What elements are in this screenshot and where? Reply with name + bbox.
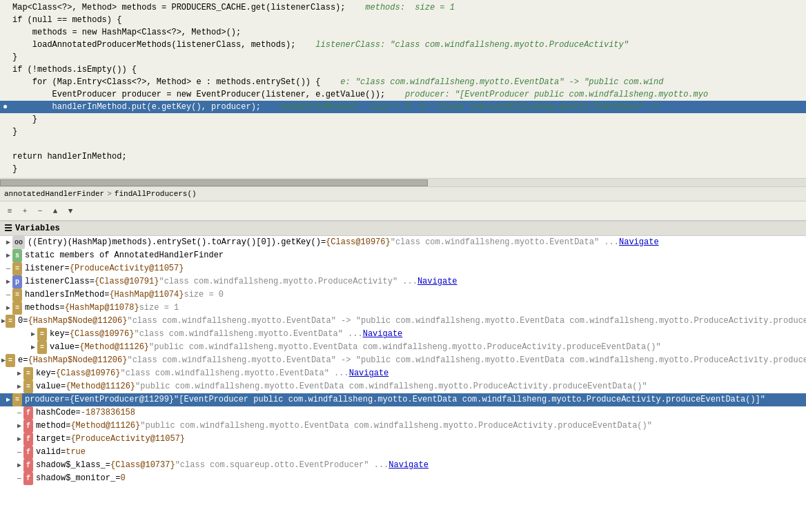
- var-equals: =: [65, 262, 70, 275]
- var-value: {HashMap@11074}: [109, 288, 184, 302]
- variable-row[interactable]: ▶oo((Entry)(HashMap)methods).entrySet().…: [0, 236, 806, 249]
- variable-row[interactable]: —fshadow$_monitor_ = 0: [0, 472, 806, 485]
- var-equals: =: [321, 236, 326, 249]
- variable-row[interactable]: ▶=producer = {EventProducer@11299} "[Eve…: [0, 393, 806, 406]
- code-text: return handlerInMethod;: [12, 150, 127, 163]
- var-extra: size = 0: [184, 288, 224, 302]
- expand-icon[interactable]: ▶: [15, 459, 23, 472]
- expand-icon[interactable]: ▶: [4, 236, 12, 249]
- variable-row[interactable]: ▶=value = {Method@11126} "public com.win…: [0, 341, 806, 354]
- variable-row[interactable]: ▶fshadow$_klass_ = {Class@10737} "class …: [0, 459, 806, 472]
- var-value: {HashMap$Node@11206}: [28, 315, 127, 328]
- code-line: }: [0, 113, 806, 126]
- code-text: }: [12, 51, 17, 63]
- var-equals: =: [61, 446, 66, 459]
- expand-icon[interactable]: —: [15, 406, 23, 420]
- variable-row[interactable]: ▶fmethod = {Method@11126} "public com.wi…: [0, 420, 806, 433]
- var-value: -1873836158: [81, 406, 135, 420]
- expand-icon[interactable]: —: [4, 288, 12, 302]
- variable-row[interactable]: ▶=e = {HashMap$Node@11206} "class com.wi…: [0, 354, 806, 367]
- expand-icon[interactable]: ▶: [4, 302, 12, 315]
- type-badge: p: [12, 275, 22, 288]
- code-line: Map<Class<?>, Method> methods = PRODUCER…: [0, 1, 806, 14]
- variables-icon: ☰: [4, 223, 12, 234]
- code-line: if (!methods.isEmpty()) {: [0, 63, 806, 76]
- var-name: value: [50, 341, 75, 354]
- expand-icon[interactable]: ▶: [29, 328, 37, 341]
- code-text: if (null == methods) {: [12, 14, 121, 26]
- type-badge: =: [12, 288, 22, 302]
- var-value: {Class@10976}: [326, 236, 391, 249]
- expand-icon[interactable]: ▶: [15, 380, 23, 393]
- expand-icon[interactable]: ▶: [15, 367, 23, 380]
- var-name: listenerClass: [25, 275, 90, 288]
- var-value: {ProduceActivity@11057}: [70, 433, 185, 446]
- variables-header: ☰ Variables: [0, 221, 806, 236]
- variable-row[interactable]: ▶plistenerClass = {Class@10791} "class c…: [0, 275, 806, 288]
- var-name: key: [36, 367, 51, 380]
- type-badge: s: [12, 249, 22, 262]
- var-extra: "class com.windfallsheng.myotto.EventDat…: [127, 315, 806, 328]
- expand-icon[interactable]: ▶: [15, 420, 23, 433]
- var-value: {HashMap@11078}: [65, 302, 139, 315]
- hscroll-thumb[interactable]: [0, 179, 428, 186]
- code-line: ● handlerInMethod.put(e.getKey(), produc…: [0, 101, 806, 113]
- var-name: listener: [25, 262, 65, 275]
- breadcrumb-part2[interactable]: findAllProducers(): [115, 190, 197, 198]
- hscroll-bar[interactable]: [0, 178, 806, 186]
- expand-icon[interactable]: ▶: [4, 249, 12, 262]
- expand-icon[interactable]: —: [4, 262, 12, 275]
- expand-icon[interactable]: ▶: [15, 433, 23, 446]
- var-name: methods: [25, 302, 59, 315]
- var-extra: size = 1: [139, 302, 179, 315]
- variables-title: Variables: [15, 224, 60, 233]
- variable-row[interactable]: ▶=key = {Class@10976} "class com.windfal…: [0, 367, 806, 380]
- type-badge: =: [37, 328, 47, 341]
- var-name: target: [36, 433, 66, 446]
- var-equals: =: [66, 433, 70, 446]
- var-equals: =: [115, 472, 120, 485]
- type-badge: =: [6, 354, 15, 367]
- code-line: }: [0, 51, 806, 63]
- toolbar-icon-down[interactable]: ▼: [63, 204, 77, 218]
- code-line: if (null == methods) {: [0, 14, 806, 26]
- variable-row[interactable]: ▶ftarget = {ProduceActivity@11057}: [0, 433, 806, 446]
- var-equals: =: [65, 328, 70, 341]
- expand-icon[interactable]: —: [15, 472, 23, 485]
- variable-row[interactable]: ▶=methods = {HashMap@11078} size = 1: [0, 302, 806, 315]
- variable-row[interactable]: —fhashCode = -1873836158: [0, 406, 806, 420]
- variable-row[interactable]: —fvalid = true: [0, 446, 806, 459]
- var-name: valid: [36, 446, 61, 459]
- code-line: [0, 138, 806, 150]
- code-text: }: [12, 163, 17, 175]
- variable-row[interactable]: ▶=key = {Class@10976} "class com.windfal…: [0, 328, 806, 341]
- expand-icon[interactable]: —: [15, 446, 23, 459]
- breadcrumb-part1[interactable]: annotatedHandlerFinder: [4, 190, 104, 198]
- breadcrumb-sep: >: [107, 190, 112, 198]
- expand-icon[interactable]: ▶: [4, 275, 12, 288]
- var-name: e: [18, 354, 23, 367]
- variable-row[interactable]: ▶=value = {Method@11126} "public com.win…: [0, 380, 806, 393]
- navigate-link[interactable]: Navigate: [389, 459, 429, 472]
- expand-icon[interactable]: ▶: [4, 393, 12, 406]
- expand-icon[interactable]: ▶: [29, 341, 37, 354]
- type-badge: f: [23, 433, 33, 446]
- navigate-link[interactable]: Navigate: [349, 367, 389, 380]
- code-line: }: [0, 163, 806, 175]
- variable-row[interactable]: —=listener = {ProduceActivity@11057}: [0, 262, 806, 275]
- toolbar-icon-add[interactable]: +: [18, 204, 32, 218]
- navigate-link[interactable]: Navigate: [619, 236, 659, 249]
- variables-list[interactable]: ▶oo((Entry)(HashMap)methods).entrySet().…: [0, 236, 806, 532]
- variable-row[interactable]: —=handlersInMethod = {HashMap@11074} siz…: [0, 288, 806, 302]
- var-equals: =: [59, 302, 64, 315]
- variable-row[interactable]: ▶=0 = {HashMap$Node@11206} "class com.wi…: [0, 315, 806, 328]
- type-badge: =: [12, 302, 22, 315]
- navigate-link[interactable]: Navigate: [417, 275, 458, 288]
- breadcrumb: annotatedHandlerFinder > findAllProducer…: [0, 186, 806, 201]
- toolbar-icon-menu[interactable]: ≡: [3, 204, 17, 218]
- variable-row[interactable]: ▶sstatic members of AnnotatedHandlerFind…: [0, 249, 806, 262]
- navigate-link[interactable]: Navigate: [363, 328, 403, 341]
- code-gutter: ●: [3, 101, 12, 113]
- toolbar-icon-remove[interactable]: −: [33, 204, 47, 218]
- toolbar-icon-up[interactable]: ▲: [48, 204, 62, 218]
